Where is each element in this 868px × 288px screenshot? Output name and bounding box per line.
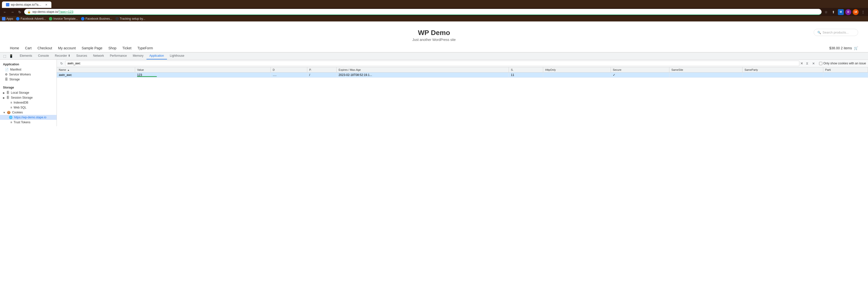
sidebar-item-service-workers[interactable]: ⚙ Service Workers xyxy=(0,72,57,77)
nav-myaccount[interactable]: My account xyxy=(58,46,76,50)
col-sameparty[interactable]: SameParty xyxy=(742,67,823,72)
fb-advert-label: Facebook Adverti... xyxy=(21,17,46,21)
col-samesite[interactable]: SameSite xyxy=(669,67,742,72)
col-path[interactable]: P. xyxy=(307,67,337,72)
refresh-filter-button[interactable]: ↻ xyxy=(59,61,64,66)
session-storage-icon: 🗄 xyxy=(6,96,9,99)
search-placeholder: Search products... xyxy=(823,31,849,34)
col-size[interactable]: S. xyxy=(509,67,543,72)
sidebar-item-manifest[interactable]: 📄 Manifest xyxy=(0,67,57,72)
col-httponly[interactable]: HttpOnly xyxy=(543,67,611,72)
invoice-label: Invoice Template... xyxy=(53,17,78,21)
cell-partitioned xyxy=(823,72,868,78)
search-box-area: 🔍 Search products... xyxy=(814,29,858,36)
sidebar-websql[interactable]: ≡ Web SQL xyxy=(0,105,57,110)
trust-tokens-icon: ≡ xyxy=(10,120,12,124)
extension3-button[interactable]: 18 xyxy=(853,9,859,15)
share-button[interactable]: ⬆ xyxy=(831,9,836,15)
device-mode-icon[interactable]: 📱 xyxy=(8,53,14,59)
nav-cart[interactable]: Cart xyxy=(25,46,31,50)
sw-label: Service Workers xyxy=(9,73,31,76)
local-storage-expand-icon: ▶ xyxy=(3,92,5,94)
cell-samesite xyxy=(669,72,742,78)
back-button[interactable]: ← xyxy=(2,9,8,15)
star-button[interactable]: ☆ xyxy=(823,9,829,15)
site-tagline: Just another WordPress site xyxy=(412,38,456,42)
sidebar-item-storage[interactable]: 🗄 Storage xyxy=(0,77,57,82)
tab-elements[interactable]: Elements xyxy=(17,52,35,60)
fb-biz-label: Facebook Busines... xyxy=(86,17,113,21)
nav-shop[interactable]: Shop xyxy=(108,46,117,50)
active-tab[interactable]: wp-demo.stape.io/?awc=123 ✕ xyxy=(2,1,51,8)
filter-clear-button[interactable]: ✕ xyxy=(800,61,803,65)
manifest-label: Manifest xyxy=(10,68,21,71)
tab-close-button[interactable]: ✕ xyxy=(45,3,48,6)
bookmark-apps[interactable]: Apps xyxy=(2,17,13,21)
tab-lighthouse[interactable]: Lighthouse xyxy=(167,52,187,60)
bookmark-tracking[interactable]: Tracking setup by... xyxy=(115,17,145,21)
cart-area[interactable]: $38.00 2 items 🛒 xyxy=(829,46,858,50)
search-box[interactable]: 🔍 Search products... xyxy=(814,29,858,36)
tab-sources[interactable]: Sources xyxy=(73,52,90,60)
issue-filter-checkbox[interactable] xyxy=(819,62,822,65)
clear-cookies-button[interactable]: ✕ xyxy=(811,61,816,66)
nav-ticket[interactable]: Ticket xyxy=(122,46,131,50)
cookies-icon: 🍪 xyxy=(7,111,11,114)
sidebar-cookies[interactable]: ▼ 🍪 Cookies xyxy=(0,110,57,115)
tab-performance[interactable]: Performance xyxy=(107,52,130,60)
bookmark-fb-advert[interactable]: Facebook Adverti... xyxy=(16,17,46,21)
sidebar-session-storage[interactable]: ▶ 🗄 Session Storage xyxy=(0,95,57,100)
col-secure[interactable]: Secure xyxy=(611,67,669,72)
sidebar-cookie-url[interactable]: 🌐 https://wp-demo.stape.io xyxy=(0,115,57,120)
tab-title: wp-demo.stape.io/?awc=123 xyxy=(11,3,43,6)
storage-label: Storage xyxy=(9,78,20,81)
nav-typeform[interactable]: TypeForm xyxy=(137,46,153,50)
cookie-url-icon: 🌐 xyxy=(9,116,12,119)
filter-issues-button[interactable]: ⧖ xyxy=(804,61,810,66)
sidebar-local-storage[interactable]: ▶ 🗄 Local Storage xyxy=(0,90,57,95)
bookmark-invoice[interactable]: Invoice Template... xyxy=(49,17,78,21)
devtools-main: ↻ ✕ ⧖ ✕ Only show cookies with an issue … xyxy=(57,60,868,126)
tab-network[interactable]: Network xyxy=(90,52,107,60)
col-expires[interactable]: Expires / Max-Age xyxy=(336,67,508,72)
cell-path: / xyxy=(307,72,337,78)
inspect-element-icon[interactable]: ⬚ xyxy=(2,53,7,59)
nav-home[interactable]: Home xyxy=(10,46,19,50)
more-button[interactable]: ⋮ xyxy=(860,9,866,15)
filter-input[interactable] xyxy=(65,61,799,66)
tab-recorder[interactable]: Recorder ⬆ xyxy=(52,52,73,60)
tab-application[interactable]: Application xyxy=(147,52,167,60)
nav-sample[interactable]: Sample Page xyxy=(82,46,102,50)
address-bar[interactable]: 🔒 wp-demo.stape.io/?awc=123 xyxy=(24,9,822,15)
cell-domain: …. xyxy=(271,72,307,78)
bookmark-fb-biz[interactable]: Facebook Busines... xyxy=(81,17,113,21)
nav-checkout[interactable]: Checkout xyxy=(37,46,52,50)
table-row[interactable]: awin_awc 123 …. / 2023-02-18T08:52:19.1.… xyxy=(57,72,868,78)
col-partitioned[interactable]: Parti xyxy=(823,67,868,72)
tab-console[interactable]: Console xyxy=(35,52,52,60)
manifest-icon: 📄 xyxy=(5,68,9,71)
col-value[interactable]: Value xyxy=(135,67,271,72)
extension1-button[interactable]: M xyxy=(838,9,844,15)
local-storage-label: Local Storage xyxy=(11,91,29,95)
reload-button[interactable]: ↻ xyxy=(17,9,23,15)
name-sort-icon: ▲ xyxy=(67,69,69,71)
tracking-favicon xyxy=(115,17,119,21)
forward-button[interactable]: → xyxy=(9,9,15,15)
issue-filter-checkbox-label[interactable]: Only show cookies with an issue xyxy=(819,62,866,65)
websql-label: Web SQL xyxy=(13,106,26,109)
tab-memory[interactable]: Memory xyxy=(130,52,147,60)
devtools-toolbar-icons: ⬚ 📱 xyxy=(2,53,14,59)
table-header-row: Name ▲ Value D P. Expires / Max-Age S. H… xyxy=(57,67,868,72)
fb-biz-favicon xyxy=(81,17,85,21)
nav-toolbar: ← → ↻ 🔒 wp-demo.stape.io/?awc=123 ☆ ⬆ M … xyxy=(0,8,868,16)
invoice-favicon xyxy=(49,17,52,21)
col-name[interactable]: Name ▲ xyxy=(57,67,135,72)
col-domain[interactable]: D xyxy=(271,67,307,72)
sidebar-trust-tokens[interactable]: ≡ Trust Tokens xyxy=(0,120,57,125)
extension2-button[interactable]: D xyxy=(845,9,851,15)
apps-favicon xyxy=(2,17,5,21)
sidebar-indexeddb[interactable]: ≡ IndexedDB xyxy=(0,100,57,105)
cell-sameparty xyxy=(742,72,823,78)
cell-size: 11 xyxy=(509,72,543,78)
